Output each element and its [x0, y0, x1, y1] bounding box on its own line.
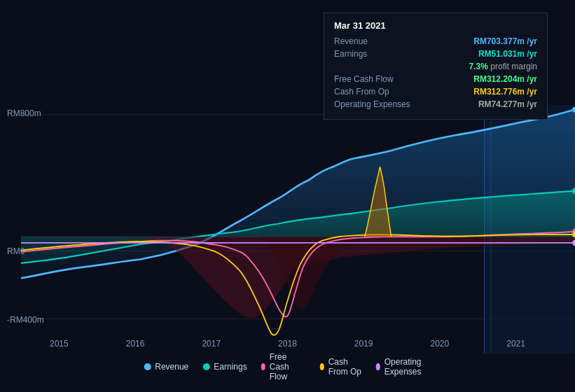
tooltip-margin-value: 7.3% profit margin	[466, 62, 537, 71]
legend-label-cashop: Cash From Op	[328, 357, 362, 377]
tooltip-label-opex: Operating Expenses	[334, 99, 425, 109]
profit-margin-pct: 7.3%	[469, 62, 488, 71]
legend-label-fcf: Free Cash Flow	[270, 352, 306, 382]
x-axis-labels: 2015 2016 2017 2018 2019 2020 2021	[0, 339, 575, 349]
legend-item-earnings[interactable]: Earnings	[202, 362, 247, 372]
legend-item-fcf[interactable]: Free Cash Flow	[261, 352, 306, 382]
chart-legend: Revenue Earnings Free Cash Flow Cash Fro…	[144, 352, 431, 382]
legend-dot-earnings	[202, 363, 209, 370]
legend-dot-revenue	[144, 363, 151, 370]
tooltip-row-opex: Operating Expenses RM74.277m /yr	[334, 99, 537, 109]
tooltip-value-earnings: RM51.031m /yr	[478, 49, 537, 59]
legend-item-cashop[interactable]: Cash From Op	[320, 357, 362, 377]
tooltip-label-revenue: Revenue	[334, 36, 425, 46]
x-label-2015: 2015	[50, 339, 69, 349]
x-label-2019: 2019	[354, 339, 373, 349]
tooltip-row-margin: 7.3% profit margin	[334, 62, 537, 71]
x-label-2020: 2020	[431, 339, 450, 349]
legend-label-opex: Operating Expenses	[385, 357, 431, 377]
legend-item-revenue[interactable]: Revenue	[144, 362, 188, 372]
legend-dot-cashop	[320, 363, 324, 370]
profit-margin-text: profit margin	[490, 62, 537, 71]
tooltip-label-fcf: Free Cash Flow	[334, 74, 425, 84]
tooltip-value-cashop: RM312.776m /yr	[473, 87, 537, 97]
legend-dot-fcf	[261, 363, 265, 370]
legend-dot-opex	[376, 363, 380, 370]
tooltip-row-fcf: Free Cash Flow RM312.204m /yr	[334, 74, 537, 84]
legend-item-opex[interactable]: Operating Expenses	[376, 357, 431, 377]
x-label-2017: 2017	[202, 339, 221, 349]
tooltip-label-cashop: Cash From Op	[334, 87, 425, 97]
legend-label-revenue: Revenue	[155, 362, 188, 372]
tooltip-row-revenue: Revenue RM703.377m /yr	[334, 36, 537, 46]
legend-label-earnings: Earnings	[214, 362, 247, 372]
tooltip-row-earnings: Earnings RM51.031m /yr	[334, 49, 537, 59]
tooltip-row-cashop: Cash From Op RM312.776m /yr	[334, 87, 537, 97]
x-label-2021: 2021	[506, 339, 525, 349]
tooltip-value-fcf: RM312.204m /yr	[473, 74, 537, 84]
tooltip-value-revenue: RM703.377m /yr	[473, 36, 537, 46]
chart-container: Mar 31 2021 Revenue RM703.377m /yr Earni…	[0, 0, 575, 392]
x-label-2016: 2016	[126, 339, 145, 349]
tooltip-date: Mar 31 2021	[334, 20, 537, 31]
tooltip-box: Mar 31 2021 Revenue RM703.377m /yr Earni…	[324, 13, 548, 120]
tooltip-label-earnings: Earnings	[334, 49, 425, 59]
chart-svg	[21, 105, 575, 354]
tooltip-value-opex: RM74.277m /yr	[478, 99, 537, 109]
x-label-2018: 2018	[278, 339, 297, 349]
